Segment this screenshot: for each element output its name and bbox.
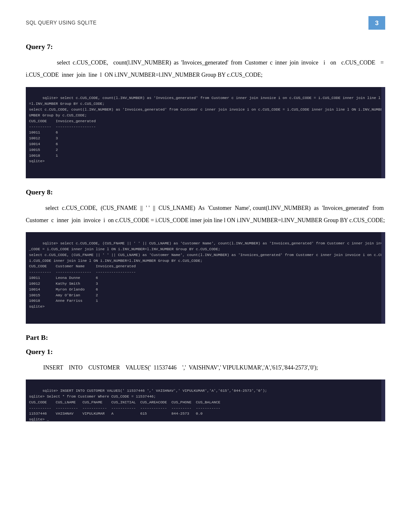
query8-text: select c.CUS_CODE, (CUS_FNAME || ' ' || … (26, 202, 385, 227)
query7-terminal: sqlite> select c.CUS_CODE, count(l.INV_N… (26, 87, 385, 178)
scrollbar2[interactable] (382, 251, 385, 257)
page-header: SQL QUERY USING SQLITE 3 (26, 16, 385, 30)
query8-section: Query 8: select c.CUS_CODE, (CUS_FNAME |… (26, 188, 385, 324)
query8-terminal: sqlite> select c.CUS_CODE, (CUS_FNAME ||… (26, 232, 385, 323)
page-number: 3 (368, 16, 385, 30)
partB-section: Part B: Query 1: INSERT INTO CUSTOMER VA… (26, 333, 385, 422)
scrollbar3[interactable] (382, 388, 385, 394)
query-b1-text: INSERT INTO CUSTOMER VALUES(' 11537446 '… (26, 362, 385, 374)
query7-section: Query 7: select c.CUS_CODE, count(l.INV_… (26, 43, 385, 178)
query8-heading: Query 8: (26, 188, 385, 196)
query7-text: select c.CUS_CODE, count(l.INV_NUMBER) a… (26, 57, 385, 81)
query7-heading: Query 7: (26, 43, 385, 51)
query-b1-heading: Query 1: (26, 348, 385, 356)
header-title: SQL QUERY USING SQLITE (26, 20, 97, 26)
query-b1-terminal: sqlite> INSERT INTO CUSTOMER VALUES(' 11… (26, 379, 385, 421)
page: SQL QUERY USING SQLITE 3 Query 7: select… (0, 0, 411, 532)
scrollbar[interactable] (382, 105, 385, 112)
partB-heading: Part B: (26, 333, 385, 342)
